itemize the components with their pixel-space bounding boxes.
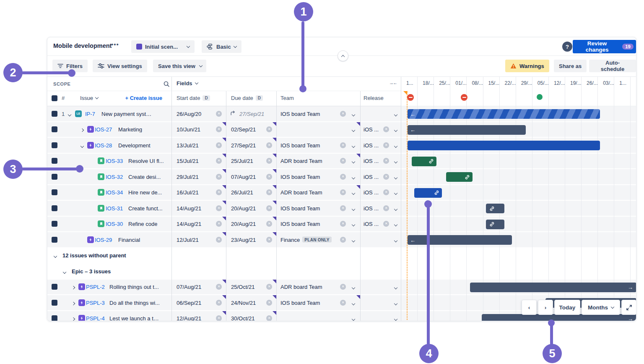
- dependency-link-icon[interactable]: [428, 159, 434, 164]
- scroll-left-button[interactable]: ‹: [522, 300, 537, 315]
- collapse-header-button[interactable]: [338, 50, 348, 61]
- clear-icon[interactable]: ✕: [340, 111, 346, 117]
- chevron-down-icon[interactable]: [352, 126, 355, 133]
- clear-icon[interactable]: ✕: [216, 189, 222, 195]
- release-on-track-icon[interactable]: [537, 94, 543, 100]
- row-checkbox[interactable]: [52, 126, 57, 132]
- chevron-down-icon[interactable]: [352, 283, 355, 291]
- gantt-bar-IOS-34[interactable]: [414, 188, 442, 198]
- select-all-checkbox[interactable]: [52, 95, 57, 101]
- issue-key-link[interactable]: IOS-31: [106, 205, 123, 211]
- release-cell[interactable]: ✕: [360, 232, 401, 248]
- team-cell[interactable]: ADR board Team ✕: [276, 154, 360, 170]
- team-cell[interactable]: ✕: [276, 122, 360, 138]
- chevron-down-icon[interactable]: [352, 236, 355, 244]
- due-date-cell[interactable]: 27/Sep/21 ✕: [226, 138, 276, 154]
- release-cell[interactable]: iOS ... ✕: [360, 201, 401, 217]
- row-checkbox[interactable]: [52, 174, 57, 180]
- clear-icon[interactable]: ✕: [266, 300, 272, 306]
- gantt-bar-IOS-33[interactable]: [412, 157, 436, 166]
- expand-toggle[interactable]: [81, 126, 83, 133]
- chevron-down-icon[interactable]: [352, 157, 355, 165]
- chevron-down-icon[interactable]: [352, 314, 355, 321]
- help-icon[interactable]: ?: [562, 42, 572, 52]
- clear-icon[interactable]: ✕: [266, 126, 272, 132]
- chevron-down-icon[interactable]: [395, 283, 397, 291]
- clear-icon[interactable]: ✕: [216, 142, 222, 148]
- clear-icon[interactable]: ✕: [216, 205, 222, 211]
- chevron-down-icon[interactable]: [352, 204, 355, 212]
- issue-key-link[interactable]: IOS-34: [106, 189, 123, 196]
- save-view-dropdown-button[interactable]: [195, 60, 206, 72]
- gantt-bar-IP-7[interactable]: ←: [408, 109, 600, 119]
- expand-toggle[interactable]: [72, 299, 75, 306]
- start-date-cell[interactable]: 07/Aug/21 ✕: [171, 280, 226, 296]
- due-date-cell[interactable]: 07/Aug/21 ✕: [226, 169, 276, 185]
- release-cell[interactable]: iOS ... ✕: [360, 154, 401, 170]
- hierarchy-view-selector[interactable]: Basic: [202, 40, 242, 53]
- clear-icon[interactable]: ✕: [266, 142, 272, 148]
- group-expand-toggle[interactable]: [54, 251, 57, 259]
- chevron-down-icon[interactable]: [352, 189, 355, 196]
- release-overdue-icon[interactable]: [461, 94, 467, 101]
- clear-icon[interactable]: ✕: [266, 315, 272, 321]
- clear-icon[interactable]: ✕: [340, 142, 346, 148]
- clear-icon[interactable]: ✕: [340, 158, 346, 164]
- clear-icon[interactable]: ✕: [383, 189, 389, 195]
- due-date-cell[interactable]: 20/Aug/21 ✕: [226, 217, 276, 233]
- clear-icon[interactable]: ✕: [216, 174, 222, 180]
- release-overdue-icon[interactable]: [407, 94, 414, 101]
- release-cell[interactable]: iOS ... ✕: [360, 185, 401, 201]
- clear-icon[interactable]: ✕: [216, 237, 222, 243]
- release-cell[interactable]: ✕: [360, 295, 401, 311]
- group-expand-toggle[interactable]: [63, 267, 66, 275]
- team-cell[interactable]: IOS board Team ✕: [276, 295, 360, 311]
- clear-icon[interactable]: ✕: [266, 284, 272, 290]
- start-date-cell[interactable]: 12/Aug/21 ✕: [171, 311, 226, 322]
- warnings-button[interactable]: Warnings: [505, 60, 549, 72]
- team-cell[interactable]: ADR board Team ✕: [276, 280, 360, 296]
- clear-icon[interactable]: ✕: [340, 221, 346, 227]
- row-checkbox[interactable]: [52, 142, 57, 148]
- expand-toggle[interactable]: [68, 110, 71, 118]
- clear-icon[interactable]: ✕: [266, 189, 272, 195]
- issue-key-link[interactable]: IOS-33: [106, 158, 123, 164]
- clear-icon[interactable]: ✕: [383, 142, 389, 148]
- start-date-cell[interactable]: 16/Jul/21 ✕: [171, 185, 226, 201]
- issue-key-link[interactable]: IOS-27: [95, 126, 112, 133]
- issue-column-sort[interactable]: Issue: [80, 95, 98, 101]
- team-cell[interactable]: FinancePLAN ONLY ✕: [276, 232, 360, 248]
- release-cell[interactable]: ✕: [360, 280, 401, 296]
- share-as-button[interactable]: Share as: [554, 60, 587, 72]
- dependency-link-icon[interactable]: [489, 222, 495, 227]
- auto-schedule-button[interactable]: Auto-schedule: [589, 60, 636, 72]
- clear-icon[interactable]: ✕: [266, 221, 272, 227]
- due-date-cell[interactable]: 25/Jul/21 ✕: [226, 154, 276, 170]
- start-date-cell[interactable]: 15/Jul/21 ✕: [171, 154, 226, 170]
- clear-icon[interactable]: ✕: [266, 158, 272, 164]
- clear-icon[interactable]: ✕: [266, 237, 272, 243]
- due-date-cell[interactable]: 30/Oct/21 ✕: [226, 311, 276, 322]
- start-date-cell[interactable]: 06/Sep/21 ✕: [171, 295, 226, 311]
- collapse-fields-icon[interactable]: →←: [389, 80, 397, 85]
- dependency-link-icon[interactable]: [465, 174, 470, 180]
- clear-icon[interactable]: ✕: [340, 300, 346, 306]
- gantt-bar-IOS-32[interactable]: [446, 172, 473, 182]
- start-date-cell[interactable]: 13/Jul/21 ✕: [171, 138, 226, 154]
- release-cell[interactable]: ✕: [360, 311, 401, 322]
- due-date-cell[interactable]: 26/Jul/21 ✕: [226, 185, 276, 201]
- gantt-bar-IOS-29[interactable]: ←: [408, 235, 512, 245]
- issue-key-link[interactable]: IOS-28: [95, 142, 112, 148]
- clear-icon[interactable]: ✕: [216, 126, 222, 132]
- scroll-right-button[interactable]: ›: [538, 300, 553, 315]
- clear-icon[interactable]: ✕: [383, 221, 389, 227]
- chevron-down-icon[interactable]: [395, 141, 397, 149]
- team-cell[interactable]: IOS board Team ✕: [276, 138, 360, 154]
- expand-toggle[interactable]: [72, 283, 75, 291]
- row-checkbox[interactable]: [52, 284, 57, 290]
- chevron-down-icon[interactable]: [395, 220, 397, 228]
- more-actions-button[interactable]: •••: [111, 41, 119, 48]
- chevron-down-icon[interactable]: [395, 126, 397, 133]
- chevron-down-icon[interactable]: [352, 220, 355, 228]
- gantt-bar-IOS-27[interactable]: ←: [408, 125, 526, 135]
